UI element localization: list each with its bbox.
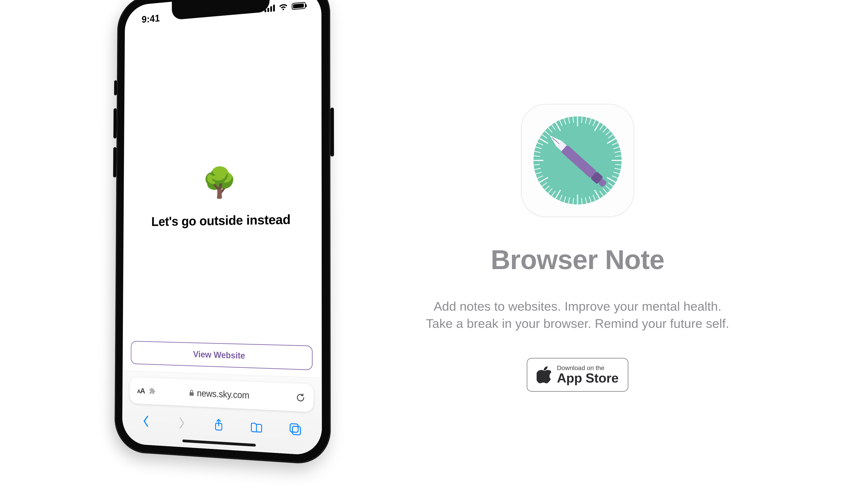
svg-rect-6 xyxy=(190,392,194,396)
phone-volume-down xyxy=(113,147,116,177)
app-icon xyxy=(521,104,634,217)
product-title: Browser Note xyxy=(491,244,664,275)
tabs-button[interactable] xyxy=(289,422,302,436)
reader-aa-icon[interactable]: AA xyxy=(137,386,145,395)
phone-volume-up xyxy=(114,108,117,138)
back-button[interactable] xyxy=(140,414,152,428)
product-tagline: Add notes to websites. Improve your ment… xyxy=(426,298,729,332)
compass-icon xyxy=(533,116,622,204)
tagline-line1: Add notes to websites. Improve your ment… xyxy=(434,299,721,313)
tree-icon: 🌳 xyxy=(202,167,237,197)
phone-silence-switch xyxy=(114,80,117,95)
phone-mockup: 9:41 🌳 Let's go outside instead View Web… xyxy=(106,0,355,488)
cellular-signal-icon xyxy=(265,4,275,12)
note-text: Let's go outside instead xyxy=(151,212,290,229)
battery-icon xyxy=(292,2,306,10)
svg-rect-10 xyxy=(290,424,298,432)
extensions-icon[interactable] xyxy=(149,387,156,395)
bookmarks-button[interactable] xyxy=(250,420,263,434)
wifi-icon xyxy=(279,3,288,11)
note-overlay: 🌳 Let's go outside instead xyxy=(123,15,322,378)
apple-logo-icon xyxy=(537,366,551,383)
lock-icon xyxy=(189,389,194,396)
svg-rect-11 xyxy=(292,426,300,435)
svg-rect-7 xyxy=(215,423,222,430)
status-time: 9:41 xyxy=(139,13,160,25)
appstore-badge[interactable]: Download on the App Store xyxy=(527,358,628,392)
phone-power-button xyxy=(330,107,334,157)
appstore-badge-text: Download on the App Store xyxy=(557,365,619,385)
appstore-badge-small: Download on the xyxy=(557,365,604,371)
tagline-line2: Take a break in your browser. Remind you… xyxy=(426,316,729,330)
appstore-badge-large: App Store xyxy=(557,371,619,385)
reload-icon[interactable] xyxy=(296,392,305,403)
product-block: Browser Note Add notes to websites. Impr… xyxy=(402,104,753,392)
forward-button xyxy=(176,416,188,430)
